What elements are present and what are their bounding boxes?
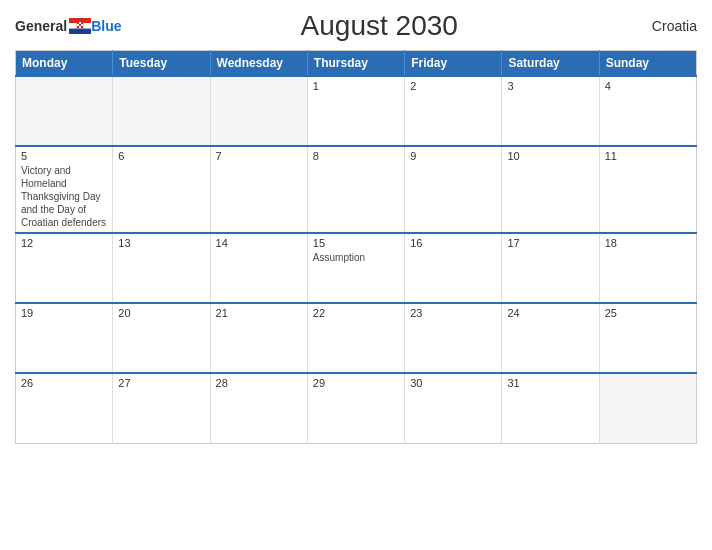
calendar-cell: 28 [210,373,307,443]
calendar-week-row: 12131415Assumption161718 [16,233,697,303]
day-number: 19 [21,307,107,319]
day-number: 28 [216,377,302,389]
calendar-cell: 8 [307,146,404,233]
calendar-cell: 27 [113,373,210,443]
calendar-cell: 22 [307,303,404,373]
day-number: 9 [410,150,496,162]
day-number: 24 [507,307,593,319]
calendar-page: General Blue August 2030 Croatia [0,0,712,550]
calendar-cell [210,76,307,146]
day-number: 11 [605,150,691,162]
calendar-cell: 11 [599,146,696,233]
calendar-header: MondayTuesdayWednesdayThursdayFridaySatu… [16,51,697,77]
calendar-cell: 15Assumption [307,233,404,303]
logo-blue-text: Blue [91,18,121,34]
calendar-cell [599,373,696,443]
calendar-cell: 2 [405,76,502,146]
holiday-label: Assumption [313,252,365,263]
svg-rect-13 [81,26,83,28]
weekday-header-friday: Friday [405,51,502,77]
calendar-cell: 6 [113,146,210,233]
svg-rect-7 [81,22,83,24]
calendar-cell [16,76,113,146]
day-number: 13 [118,237,204,249]
day-number: 26 [21,377,107,389]
day-number: 1 [313,80,399,92]
svg-rect-8 [77,24,79,26]
calendar-cell [113,76,210,146]
calendar-cell: 31 [502,373,599,443]
calendar-cell: 17 [502,233,599,303]
calendar-week-row: 19202122232425 [16,303,697,373]
svg-rect-11 [77,26,79,28]
day-number: 12 [21,237,107,249]
day-number: 21 [216,307,302,319]
svg-rect-10 [81,24,83,26]
day-number: 27 [118,377,204,389]
country-label: Croatia [637,18,697,34]
svg-rect-12 [79,26,81,28]
weekday-header-tuesday: Tuesday [113,51,210,77]
logo-flag-icon [69,18,91,34]
calendar-cell: 4 [599,76,696,146]
calendar-cell: 5Victory and Homeland Thanksgiving Day a… [16,146,113,233]
calendar-cell: 1 [307,76,404,146]
calendar-cell: 25 [599,303,696,373]
day-number: 3 [507,80,593,92]
logo: General Blue [15,18,121,34]
day-number: 25 [605,307,691,319]
weekday-header-saturday: Saturday [502,51,599,77]
calendar-cell: 21 [210,303,307,373]
calendar-cell: 20 [113,303,210,373]
day-number: 30 [410,377,496,389]
day-number: 20 [118,307,204,319]
calendar-cell: 26 [16,373,113,443]
calendar-cell: 30 [405,373,502,443]
day-number: 17 [507,237,593,249]
day-number: 29 [313,377,399,389]
day-number: 4 [605,80,691,92]
calendar-cell: 3 [502,76,599,146]
calendar-cell: 18 [599,233,696,303]
calendar-cell: 12 [16,233,113,303]
day-number: 10 [507,150,593,162]
calendar-cell: 19 [16,303,113,373]
day-number: 6 [118,150,204,162]
calendar-cell: 7 [210,146,307,233]
day-number: 31 [507,377,593,389]
day-number: 23 [410,307,496,319]
month-title: August 2030 [121,10,637,42]
calendar-week-row: 262728293031 [16,373,697,443]
calendar-body: 12345Victory and Homeland Thanksgiving D… [16,76,697,443]
calendar-week-row: 1234 [16,76,697,146]
calendar-cell: 14 [210,233,307,303]
header: General Blue August 2030 Croatia [15,10,697,42]
calendar-cell: 23 [405,303,502,373]
svg-rect-5 [77,22,79,24]
calendar-cell: 9 [405,146,502,233]
day-number: 8 [313,150,399,162]
weekday-header-row: MondayTuesdayWednesdayThursdayFridaySatu… [16,51,697,77]
calendar-cell: 16 [405,233,502,303]
holiday-label: Victory and Homeland Thanksgiving Day an… [21,165,106,228]
day-number: 18 [605,237,691,249]
day-number: 15 [313,237,399,249]
svg-rect-6 [79,22,81,24]
logo-general-text: General [15,18,67,34]
day-number: 5 [21,150,107,162]
day-number: 22 [313,307,399,319]
weekday-header-sunday: Sunday [599,51,696,77]
calendar-week-row: 5Victory and Homeland Thanksgiving Day a… [16,146,697,233]
weekday-header-monday: Monday [16,51,113,77]
day-number: 7 [216,150,302,162]
calendar-cell: 10 [502,146,599,233]
calendar-table: MondayTuesdayWednesdayThursdayFridaySatu… [15,50,697,444]
day-number: 2 [410,80,496,92]
weekday-header-wednesday: Wednesday [210,51,307,77]
calendar-cell: 24 [502,303,599,373]
day-number: 16 [410,237,496,249]
svg-rect-9 [79,24,81,26]
svg-rect-2 [69,29,91,34]
calendar-cell: 29 [307,373,404,443]
calendar-cell: 13 [113,233,210,303]
